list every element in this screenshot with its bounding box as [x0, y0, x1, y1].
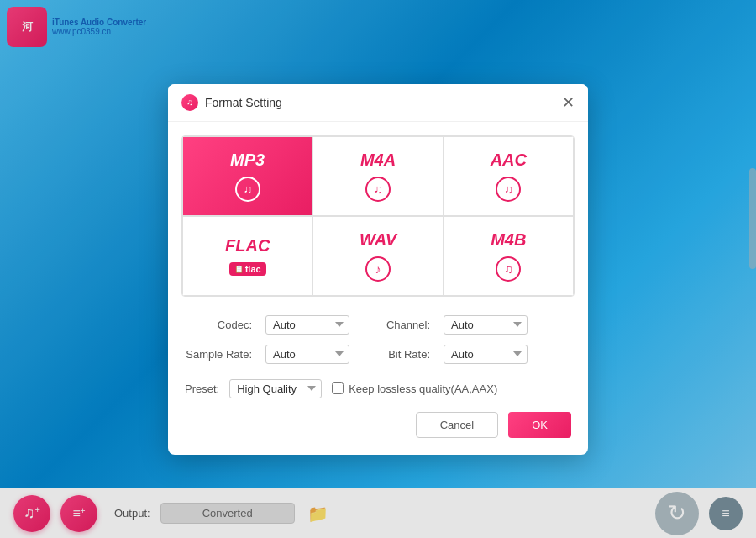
format-mp3-icon: ♫ — [235, 177, 260, 202]
preset-row: Preset: High Quality Standard Low Keep l… — [168, 369, 588, 412]
keep-lossless-text: Keep lossless quality(AA,AAX) — [349, 382, 497, 395]
format-m4a-label: M4A — [360, 150, 396, 170]
codec-label: Codec: — [185, 319, 252, 331]
format-m4b-label: M4B — [491, 230, 526, 250]
channel-label: Channel: — [363, 319, 430, 331]
preset-label: Preset: — [185, 382, 219, 395]
format-aac[interactable]: AAC ♫ — [444, 136, 574, 216]
format-flac[interactable]: FLAC 📋 flac — [182, 216, 312, 296]
codec-channel-row: Codec: Auto Channel: Auto — [168, 310, 588, 340]
dialog-app-icon-symbol: ♫ — [186, 98, 193, 107]
format-m4a-icon: ♫ — [365, 177, 391, 202]
dialog-title: Format Setting — [205, 96, 282, 109]
cancel-button[interactable]: Cancel — [416, 412, 498, 438]
format-m4a[interactable]: M4A ♫ — [312, 136, 443, 216]
format-wav[interactable]: WAV ♪ — [312, 216, 443, 296]
samplerate-label: Sample Rate: — [185, 348, 252, 361]
format-aac-label: AAC — [491, 150, 527, 170]
codec-select[interactable]: Auto — [265, 315, 349, 335]
dialog-app-icon: ♫ — [181, 94, 198, 111]
format-aac-icon: ♫ — [496, 177, 521, 202]
keep-lossless-checkbox[interactable] — [332, 382, 344, 394]
format-setting-dialog: ♫ Format Setting ✕ MP3 ♫ M4A ♫ AAC ♫ — [168, 84, 588, 455]
dialog-close-button[interactable]: ✕ — [562, 95, 575, 110]
format-mp3[interactable]: MP3 ♫ — [182, 136, 312, 216]
dialog-overlay: ♫ Format Setting ✕ MP3 ♫ M4A ♫ AAC ♫ — [0, 0, 756, 538]
bitrate-select[interactable]: Auto — [444, 345, 528, 364]
dialog-header: ♫ Format Setting ✕ — [168, 84, 588, 122]
samplerate-select[interactable]: Auto — [265, 345, 349, 364]
format-mp3-label: MP3 — [230, 150, 265, 170]
format-grid: MP3 ♫ M4A ♫ AAC ♫ FLAC 📋 flac — [181, 135, 575, 297]
format-flac-label: FLAC — [225, 236, 270, 256]
ok-button[interactable]: OK — [508, 412, 571, 438]
preset-select[interactable]: High Quality Standard Low — [229, 379, 322, 398]
bitrate-label: Bit Rate: — [363, 348, 430, 361]
dialog-buttons: Cancel OK — [168, 412, 588, 455]
format-m4b[interactable]: M4B ♫ — [444, 216, 574, 296]
format-flac-icon: 📋 flac — [229, 262, 266, 276]
format-wav-icon: ♪ — [365, 256, 391, 282]
dialog-title-area: ♫ Format Setting — [181, 94, 282, 111]
format-m4b-icon: ♫ — [496, 256, 521, 282]
keep-lossless-label[interactable]: Keep lossless quality(AA,AAX) — [332, 382, 497, 395]
channel-select[interactable]: Auto — [444, 315, 528, 335]
samplerate-bitrate-row: Sample Rate: Auto Bit Rate: Auto — [168, 340, 588, 369]
format-wav-label: WAV — [360, 230, 396, 250]
